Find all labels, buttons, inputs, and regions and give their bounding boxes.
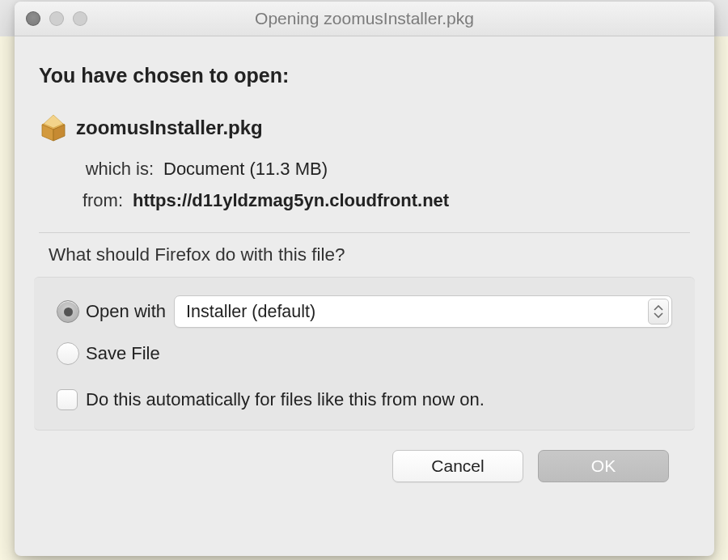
download-dialog: Opening zoomusInstaller.pkg You have cho… [15,2,714,556]
select-stepper-icon [648,299,669,325]
package-icon [39,113,68,142]
which-is-label: which is: [76,154,154,185]
application-select-value: Installer (default) [186,302,315,322]
application-select[interactable]: Installer (default) [174,295,672,328]
window-title: Opening zoomusInstaller.pkg [15,9,714,28]
action-question: What should Firefox do with this file? [49,244,690,265]
file-row: zoomusInstaller.pkg [39,113,690,142]
close-window-button[interactable] [26,11,40,26]
dialog-footer: Cancel OK [39,431,690,482]
chosen-heading: You have chosen to open: [39,64,690,87]
ok-button[interactable]: OK [538,450,669,482]
save-file-row: Save File [57,342,672,365]
auto-row: Do this automatically for files like thi… [57,389,672,410]
minimize-window-button[interactable] [49,11,64,26]
open-with-row: Open with Installer (default) [57,295,672,328]
auto-label: Do this automatically for files like thi… [86,389,485,410]
window-controls [26,11,87,26]
save-file-radio[interactable] [57,342,79,365]
dialog-content: You have chosen to open: zoomusInstaller… [15,36,714,482]
from-value: https://d11yldzmag5yn.cloudfront.net [133,185,449,217]
file-meta: which is: Document (11.3 MB) from: https… [39,154,690,216]
save-file-label: Save File [86,343,160,364]
zoom-window-button[interactable] [73,11,87,26]
auto-checkbox[interactable] [57,389,78,410]
options-panel: Open with Installer (default) Save File … [34,277,695,431]
open-with-radio[interactable] [57,300,79,323]
divider [39,232,690,233]
cancel-button[interactable]: Cancel [392,450,523,482]
from-label: from: [76,185,123,217]
open-with-label: Open with [86,301,166,322]
which-is-value: Document (11.3 MB) [163,154,328,185]
file-name: zoomusInstaller.pkg [76,117,263,139]
titlebar: Opening zoomusInstaller.pkg [15,2,714,36]
